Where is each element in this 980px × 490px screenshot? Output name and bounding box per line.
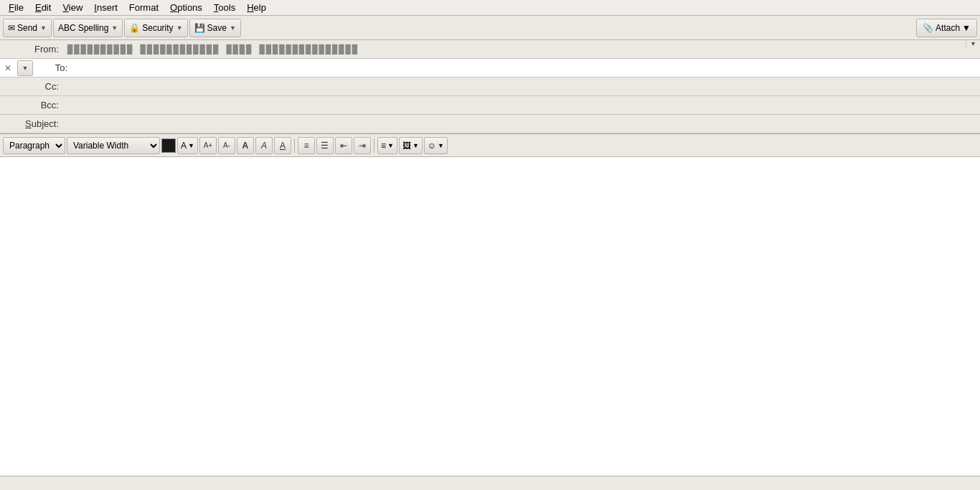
underline-button[interactable]: A (274, 137, 291, 154)
align-button[interactable]: ≡ ▼ (377, 137, 397, 154)
image-arrow: ▼ (413, 142, 419, 149)
italic-button[interactable]: A (255, 137, 273, 154)
save-label: Save (207, 23, 227, 33)
indent-decrease-icon: ⇤ (340, 141, 347, 151)
security-dropdown-arrow: ▼ (176, 24, 183, 32)
bcc-label: Bcc: (0, 100, 65, 110)
menu-tools[interactable]: Tools (208, 1, 241, 14)
format-toolbar: Paragraph Variable Width A ▼ A+ A- A A A… (0, 134, 980, 157)
subject-label: Subject: (0, 118, 65, 129)
italic-icon: A (261, 141, 267, 151)
fmt-sep-2 (374, 138, 374, 153)
emoji-icon: ☺ (428, 141, 436, 151)
header-area: From: ██████████ ████████████ ████ █████… (0, 40, 980, 134)
bullet-list-button[interactable]: ≡ (298, 137, 315, 154)
to-label: To: (36, 62, 72, 73)
image-icon: 🖼 (402, 141, 411, 151)
subject-row: Subject: (0, 115, 980, 133)
menu-insert[interactable]: Insert (88, 1, 123, 14)
menu-file[interactable]: File (3, 1, 29, 14)
indent-increase-button[interactable]: ⇥ (354, 137, 371, 154)
insert-image-button[interactable]: 🖼 ▼ (399, 137, 423, 154)
spelling-icon: ABC (58, 23, 76, 33)
main-toolbar: ✉ Send ▼ ABC Spelling ▼ 🔒 Security ▼ 💾 S… (0, 16, 980, 40)
cc-row: Cc: (0, 77, 980, 96)
attach-icon: 📎 (923, 23, 933, 33)
font-size-decrease-icon: A- (223, 141, 230, 149)
to-expand-button[interactable]: ▼ (17, 60, 33, 76)
send-dropdown-arrow: ▼ (40, 24, 47, 32)
bold-button[interactable]: A (237, 137, 254, 154)
font-size-increase-button[interactable]: A+ (199, 137, 217, 154)
status-bar (0, 476, 980, 490)
indent-decrease-button[interactable]: ⇤ (335, 137, 352, 154)
paragraph-style-select[interactable]: Paragraph (3, 137, 65, 154)
bcc-row: Bcc: (0, 96, 980, 115)
underline-icon: A (280, 141, 286, 151)
menu-help[interactable]: Help (241, 1, 272, 14)
font-size-label: A (181, 141, 187, 151)
number-list-icon: ☰ (321, 141, 329, 151)
menu-bar: File Edit View Insert Format Options Too… (0, 0, 980, 16)
bullet-list-icon: ≡ (303, 141, 308, 151)
attach-label: Attach (936, 23, 960, 33)
menu-format[interactable]: Format (123, 1, 164, 14)
to-input[interactable] (72, 60, 980, 77)
subject-input[interactable] (65, 116, 980, 133)
indent-increase-icon: ⇥ (359, 141, 366, 151)
menu-options[interactable]: Options (164, 1, 208, 14)
from-dropdown[interactable]: ▼ (966, 40, 980, 47)
security-icon: 🔒 (129, 23, 140, 33)
to-close-button[interactable]: ✕ (1, 62, 14, 75)
security-label: Security (142, 23, 173, 33)
spelling-label: Spelling (78, 23, 109, 33)
save-icon: 💾 (194, 23, 205, 33)
bold-icon: A (242, 141, 249, 151)
font-size-increase-icon: A+ (204, 141, 213, 149)
align-arrow: ▼ (387, 142, 394, 149)
save-button[interactable]: 💾 Save ▼ (189, 19, 241, 37)
cc-input[interactable] (65, 78, 980, 95)
from-row: From: ██████████ ████████████ ████ █████… (0, 40, 980, 59)
menu-edit[interactable]: Edit (29, 1, 57, 14)
bcc-input[interactable] (65, 97, 980, 114)
number-list-button[interactable]: ☰ (316, 137, 334, 154)
email-body[interactable] (0, 157, 980, 490)
save-dropdown-arrow: ▼ (230, 24, 236, 32)
font-select[interactable]: Variable Width (67, 137, 160, 154)
send-label: Send (17, 23, 37, 33)
from-value: ██████████ ████████████ ████ ███████████… (65, 42, 966, 57)
font-size-button[interactable]: A ▼ (177, 137, 198, 154)
security-button[interactable]: 🔒 Security ▼ (124, 19, 187, 37)
font-size-decrease-button[interactable]: A- (218, 137, 235, 154)
send-button[interactable]: ✉ Send ▼ (3, 19, 52, 37)
align-icon: ≡ (381, 141, 386, 151)
from-label: From: (0, 44, 65, 55)
to-row: ✕ ▼ To: (0, 59, 980, 77)
attach-dropdown-arrow: ▼ (962, 23, 971, 33)
fmt-sep-1 (294, 138, 295, 153)
menu-view[interactable]: View (57, 1, 88, 14)
spelling-button[interactable]: ABC Spelling ▼ (53, 19, 123, 37)
send-icon: ✉ (8, 23, 15, 33)
emoji-button[interactable]: ☺ ▼ (424, 137, 448, 154)
font-color-block[interactable] (161, 138, 176, 153)
cc-label: Cc: (0, 81, 65, 92)
emoji-arrow: ▼ (438, 142, 444, 149)
font-size-arrow: ▼ (188, 142, 194, 149)
spelling-dropdown-arrow: ▼ (111, 24, 118, 32)
attach-button[interactable]: 📎 Attach ▼ (916, 19, 977, 37)
